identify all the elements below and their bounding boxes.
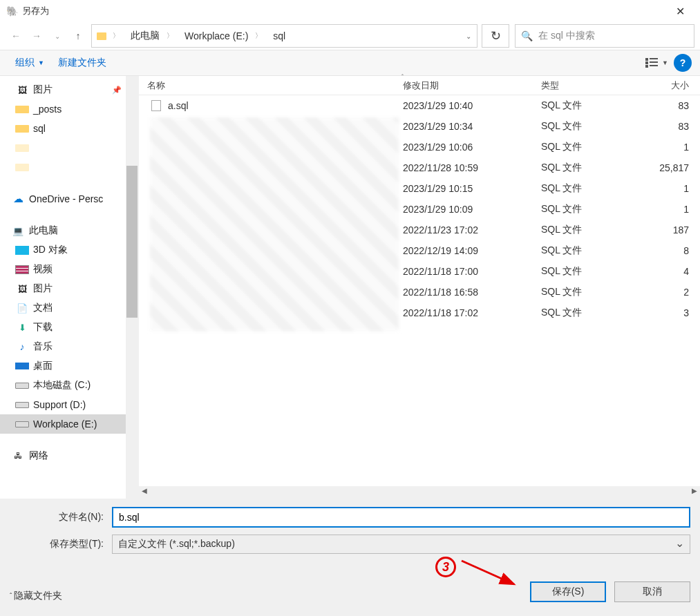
breadcrumb-item[interactable]: sql — [266, 30, 288, 41]
file-date: 2023/1/29 10:06 — [395, 142, 533, 153]
sidebar-item[interactable]: Support (D:) — [0, 395, 138, 414]
file-type: SQL 文件 — [533, 120, 643, 133]
drive-icon — [15, 402, 29, 408]
file-name: a.sql — [168, 100, 189, 111]
sidebar-item-label: OneDrive - Persc — [29, 193, 103, 204]
scrollbar-thumb[interactable] — [126, 166, 138, 318]
sidebar-item[interactable]: 音乐 — [0, 337, 138, 356]
file-date: 2023/1/29 10:40 — [395, 100, 533, 111]
filename-input[interactable] — [112, 507, 690, 528]
savetype-select[interactable]: 自定义文件 (*.sql;*.backup) — [112, 535, 690, 554]
3d-icon — [15, 246, 29, 255]
file-type: SQL 文件 — [533, 265, 643, 278]
sidebar-item[interactable]: _posts — [0, 99, 138, 119]
sidebar-item[interactable]: 图片 — [0, 279, 138, 298]
sidebar-item-label: 下载 — [33, 321, 53, 334]
hide-folders-label: 隐藏文件夹 — [14, 590, 62, 602]
vid-icon — [15, 265, 29, 274]
organize-button[interactable]: 组织 ▼ — [8, 54, 51, 72]
sidebar-item[interactable]: sql — [0, 119, 138, 138]
file-row[interactable]: a.sql2023/1/29 10:40SQL 文件83 — [139, 95, 700, 116]
img-icon — [15, 85, 29, 95]
sidebar-item-label: 图片 — [33, 84, 53, 96]
sidebar-item[interactable]: 下载 — [0, 318, 138, 337]
pc-icon — [11, 226, 25, 236]
horizontal-scrollbar[interactable] — [139, 486, 700, 499]
chevron-right-icon: 〉 — [108, 31, 124, 41]
sidebar-item[interactable]: 3D 对象 — [0, 240, 138, 260]
sidebar-item[interactable]: 视频 — [0, 260, 138, 279]
new-folder-button[interactable]: 新建文件夹 — [51, 54, 113, 72]
sidebar-item[interactable]: 此电脑 — [0, 221, 138, 240]
breadcrumb-item[interactable]: 此电脑 — [124, 30, 162, 42]
new-folder-label: 新建文件夹 — [58, 57, 106, 69]
breadcrumb[interactable]: 〉 此电脑 〉 Workplace (E:) 〉 sql ⌄ — [91, 24, 477, 48]
file-list-header[interactable]: ˆ 名称 修改日期 类型 大小 — [139, 76, 700, 95]
sidebar-item[interactable]: 文档 — [0, 298, 138, 318]
sidebar-item[interactable]: 网络 — [0, 446, 138, 465]
file-type: SQL 文件 — [533, 286, 643, 298]
sidebar-item-label: 网络 — [29, 450, 48, 462]
save-button[interactable]: 保存(S) — [530, 581, 606, 602]
forward-button[interactable]: → — [26, 26, 47, 46]
column-name[interactable]: 名称 — [139, 79, 395, 92]
file-date: 2022/11/28 10:59 — [395, 162, 533, 173]
drive-icon — [15, 421, 29, 427]
view-switcher[interactable]: ▼ — [645, 58, 668, 68]
help-button[interactable]: ? — [674, 54, 692, 72]
column-date[interactable]: 修改日期 — [395, 79, 533, 92]
folder-blank-icon — [15, 144, 29, 152]
sidebar-item-label: _posts — [33, 104, 62, 115]
cancel-button[interactable]: 取消 — [614, 581, 690, 602]
sidebar-item-label: Workplace (E:) — [33, 418, 97, 430]
sidebar-item[interactable] — [0, 138, 138, 157]
file-date: 2022/11/23 17:02 — [395, 224, 533, 235]
desk-icon — [15, 363, 29, 369]
sidebar-item[interactable]: Workplace (E:) — [0, 414, 138, 434]
file-size: 83 — [643, 121, 692, 132]
file-type: SQL 文件 — [533, 224, 643, 236]
annotation-number: 3 — [442, 560, 449, 575]
svg-rect-0 — [645, 58, 648, 61]
sidebar-item-label: 文档 — [33, 302, 53, 314]
sidebar-item-label: 3D 对象 — [33, 244, 68, 256]
file-date: 2023/1/29 10:34 — [395, 121, 533, 132]
toolbar: 组织 ▼ 新建文件夹 ▼ ? — [0, 50, 700, 76]
up-button[interactable]: ↑ — [68, 26, 88, 46]
drive-icon — [15, 383, 29, 389]
chevron-down-icon: ▼ — [662, 59, 668, 66]
sidebar-item[interactable]: OneDrive - Persc — [0, 189, 138, 209]
savetype-value: 自定义文件 (*.sql;*.backup) — [118, 538, 235, 550]
column-size[interactable]: 大小 — [643, 79, 692, 92]
column-type[interactable]: 类型 — [533, 79, 643, 92]
sidebar-item[interactable]: 桌面 — [0, 356, 138, 376]
breadcrumb-dropdown[interactable]: ⌄ — [460, 32, 477, 40]
refresh-button[interactable]: ↻ — [482, 24, 509, 48]
sidebar-item-label: 音乐 — [33, 340, 53, 353]
back-button[interactable]: ← — [6, 26, 26, 46]
close-button[interactable]: ✕ — [664, 1, 696, 21]
file-size: 1 — [643, 142, 692, 153]
sidebar-item[interactable]: 图片📌 — [0, 80, 138, 99]
img-icon — [15, 284, 29, 294]
onedrive-icon — [11, 193, 25, 205]
sidebar-item[interactable] — [0, 157, 138, 177]
file-list: ˆ 名称 修改日期 类型 大小 a.sql2023/1/29 10:40SQL … — [138, 76, 700, 499]
search-input[interactable]: 🔍 在 sql 中搜索 — [515, 24, 694, 48]
file-size: 3 — [643, 307, 692, 318]
svg-rect-2 — [645, 61, 648, 64]
breadcrumb-item[interactable]: Workplace (E:) — [178, 30, 251, 41]
file-type: SQL 文件 — [533, 141, 643, 153]
music-icon — [15, 341, 29, 352]
app-icon — [6, 5, 18, 17]
svg-rect-5 — [650, 65, 658, 66]
chevron-down-icon: ▼ — [38, 59, 44, 66]
doc-icon — [15, 303, 29, 314]
hide-folders-toggle[interactable]: ˆ 隐藏文件夹 — [10, 590, 62, 602]
file-size: 1 — [643, 183, 692, 194]
folder-icon — [92, 32, 108, 40]
recent-dropdown[interactable]: ⌄ — [47, 26, 68, 46]
sidebar-item[interactable]: 本地磁盘 (C:) — [0, 376, 138, 395]
folder-y-icon — [15, 125, 29, 133]
sidebar-scrollbar[interactable] — [126, 76, 138, 499]
